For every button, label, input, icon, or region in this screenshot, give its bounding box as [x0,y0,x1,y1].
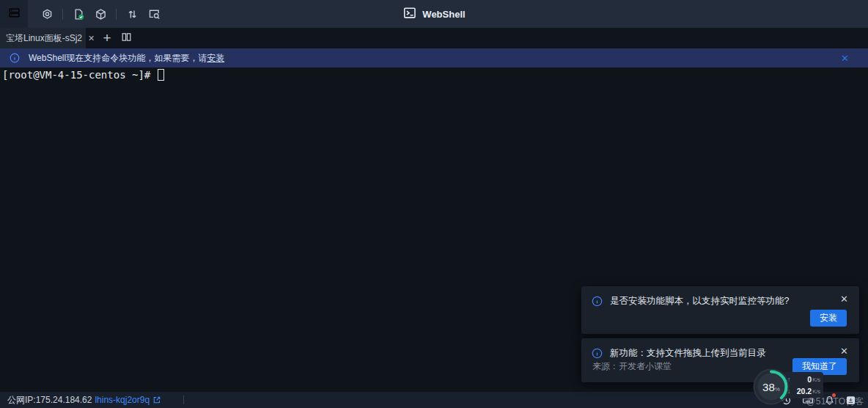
upload-unit: K/s [812,376,820,383]
settings-button[interactable] [36,3,58,25]
app-title-area: WebShell [402,0,465,28]
upload-speed-row: ↑ 0 K/s [787,375,820,384]
cpu-usage-gauge[interactable]: 38 % [753,368,790,405]
download-icon[interactable] [845,395,856,406]
terminal-cursor [158,69,164,81]
swap-vertical-icon [126,8,139,21]
top-toolbar: WebShell [0,0,868,28]
toast-header: 是否安装功能脚本，以支持实时监控等功能? [581,286,859,307]
tab-bar: 宝塔Linux面板-sSj2 ✕ + [0,28,868,48]
toast-message: 是否安装功能脚本，以支持实时监控等功能? [610,295,789,307]
file-check-icon [73,8,85,21]
network-speed-widget[interactable]: ↑ 0 K/s ↓ 20.2 K/s [784,372,823,398]
gauge-value: 38 [762,381,775,393]
swap-vertical-button[interactable] [121,3,143,25]
status-divider [183,396,184,404]
info-icon [10,53,20,63]
close-icon[interactable]: ✕ [840,346,848,356]
terminal-prompt: [root@VM-4-15-centos ~]# [2,69,157,81]
command-script-button[interactable] [67,3,89,25]
notification-dot [832,393,836,397]
gear-icon [41,8,54,21]
webshell-window: WebShell 宝塔Linux面板-sSj2 ✕ + WebShell现在支持… [0,0,868,408]
status-bar: 公网IP:175.24.184.62 lhins-kqj2or9q [0,392,868,408]
window-search-icon [148,8,161,21]
split-view-icon [121,32,132,45]
public-ip-label: 公网IP:175.24.184.62 [7,394,92,407]
toast-source: 来源：开发者小课堂 [592,360,672,373]
info-icon [592,296,603,307]
download-value: 20.2 [797,387,812,396]
terminal-icon [402,6,416,22]
install-script-toast: 是否安装功能脚本，以支持实时监控等功能? ✕ 安装 [581,286,859,334]
gauge-unit: % [775,386,780,393]
tab-close-icon[interactable]: ✕ [88,34,95,43]
toolbar-divider [116,9,117,20]
app-title: WebShell [422,9,465,20]
bell-icon[interactable] [824,395,835,406]
upload-value: 0 [807,375,812,384]
toast-header: 新功能：支持文件拖拽上传到当前目录 [581,338,859,360]
new-tab-button[interactable]: + [98,28,117,48]
banner-message: WebShell现在支持命令块功能，如果需要，请 [29,52,207,65]
tab-bt-panel[interactable]: 宝塔Linux面板-sSj2 ✕ [0,28,86,48]
toast-message: 新功能：支持文件拖拽上传到当前目录 [610,347,766,360]
banner-install-link[interactable]: 安装 [207,52,224,65]
close-icon[interactable]: ✕ [840,294,848,304]
package-button[interactable] [89,3,111,25]
download-speed-row: ↓ 20.2 K/s [787,387,820,396]
info-icon [592,348,603,359]
package-icon [95,8,107,21]
session-list-button[interactable] [0,0,28,28]
window-search-button[interactable] [143,3,165,25]
tab-label: 宝塔Linux面板-sSj2 [6,32,82,45]
split-view-button[interactable] [117,28,136,48]
download-unit: K/s [812,388,820,395]
install-button[interactable]: 安装 [810,310,847,327]
toolbar-divider [62,9,63,20]
external-link-icon[interactable] [152,396,161,404]
instance-link[interactable]: lhins-kqj2or9q [95,395,150,405]
command-block-banner: WebShell现在支持命令块功能，如果需要，请安装 ✕ [0,48,868,68]
gauge-label: 38 % [753,368,790,405]
server-list-icon [8,7,21,22]
terminal-prompt-line: [root@VM-4-15-centos ~]# [2,69,868,81]
banner-close-icon[interactable]: ✕ [841,54,849,63]
status-left: 公网IP:175.24.184.62 lhins-kqj2or9q [0,394,184,407]
